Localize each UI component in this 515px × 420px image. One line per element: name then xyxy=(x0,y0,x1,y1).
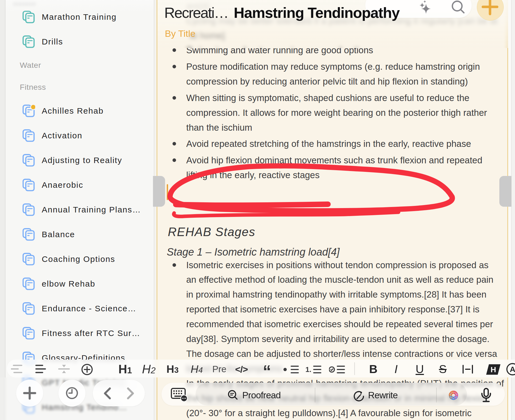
svg-text:A: A xyxy=(510,365,515,374)
svg-text:1.: 1. xyxy=(305,365,311,374)
svg-text:H: H xyxy=(491,365,496,374)
